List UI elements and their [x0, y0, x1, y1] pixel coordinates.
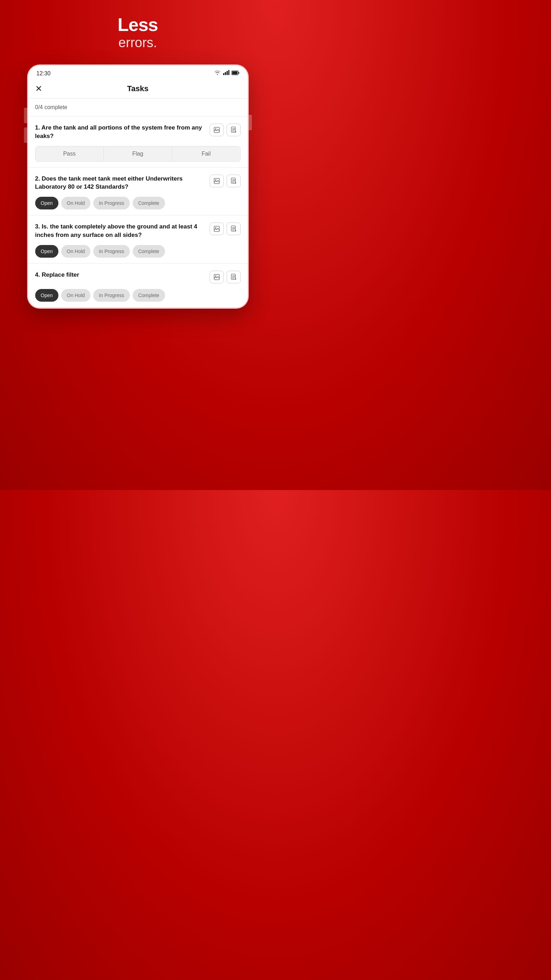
pff-buttons-1: PassFlagFail: [35, 146, 241, 162]
phone-screen: 12:30: [28, 65, 248, 308]
task-image-btn-4[interactable]: [210, 271, 224, 283]
status-pill-in-progress-4[interactable]: In Progress: [93, 289, 130, 302]
task-question-1: 1. Are the tank and all portions of the …: [35, 124, 205, 140]
svg-rect-2: [226, 71, 228, 75]
volume-down-btn: [24, 127, 27, 143]
status-pill-complete-2[interactable]: Complete: [133, 197, 165, 210]
svg-rect-27: [231, 274, 235, 279]
task-item-2: 2. Does the tank meet tank meet either U…: [28, 167, 248, 216]
progress-text: 0/4 complete: [35, 104, 68, 110]
task-question-2: 2. Does the tank meet tank meet either U…: [35, 175, 205, 191]
task-header-2: 2. Does the tank meet tank meet either U…: [35, 175, 241, 191]
task-list: 1. Are the tank and all portions of the …: [28, 116, 248, 308]
svg-rect-5: [238, 72, 239, 73]
svg-point-20: [215, 228, 216, 229]
status-bar: 12:30: [28, 65, 248, 80]
close-button[interactable]: ✕: [35, 84, 42, 94]
task-actions-3: [210, 223, 241, 235]
task-question-3: 3. Is. the tank completely above the gro…: [35, 223, 205, 239]
status-buttons-3: OpenOn HoldIn ProgressComplete: [35, 245, 241, 258]
signal-icon: [223, 70, 229, 77]
progress-area: 0/4 complete: [28, 99, 248, 116]
task-item-4: 4. Replace filterOpenOn HoldIn ProgressC…: [28, 264, 248, 308]
task-question-4: 4. Replace filter: [35, 271, 205, 279]
task-actions-4: [210, 271, 241, 283]
pff-btn-flag-1[interactable]: Flag: [104, 146, 172, 161]
status-pill-complete-3[interactable]: Complete: [133, 245, 165, 258]
svg-rect-6: [232, 72, 237, 74]
task-note-btn-4[interactable]: [227, 271, 241, 283]
svg-rect-3: [228, 70, 229, 75]
task-note-btn-3[interactable]: [227, 223, 241, 235]
power-btn: [248, 115, 252, 130]
pff-btn-pass-1[interactable]: Pass: [35, 146, 104, 161]
status-icons: [214, 70, 239, 77]
app-title: Tasks: [127, 84, 148, 93]
phone-frame: 12:30: [27, 64, 249, 309]
status-pill-in-progress-3[interactable]: In Progress: [93, 245, 130, 258]
task-header-3: 3. Is. the tank completely above the gro…: [35, 223, 241, 239]
task-note-btn-2[interactable]: [227, 175, 241, 187]
status-pill-open-4[interactable]: Open: [35, 289, 59, 302]
task-image-btn-1[interactable]: [210, 124, 224, 136]
status-pill-complete-4[interactable]: Complete: [133, 289, 165, 302]
status-buttons-4: OpenOn HoldIn ProgressComplete: [35, 289, 241, 302]
hero-section: Less errors.: [118, 14, 158, 50]
task-header-4: 4. Replace filter: [35, 271, 241, 283]
svg-rect-21: [231, 226, 235, 231]
status-pill-in-progress-2[interactable]: In Progress: [93, 197, 130, 210]
volume-up-btn: [24, 108, 27, 123]
svg-rect-15: [231, 178, 235, 183]
task-item-3: 3. Is. the tank completely above the gro…: [28, 215, 248, 264]
svg-point-8: [215, 129, 216, 130]
power-button-area: [248, 115, 252, 130]
task-note-btn-1[interactable]: [227, 124, 241, 136]
app-header: ✕ Tasks: [28, 80, 248, 99]
task-image-btn-2[interactable]: [210, 175, 224, 187]
svg-rect-1: [224, 72, 226, 75]
volume-buttons: [24, 108, 27, 143]
status-pill-on-hold-2[interactable]: On Hold: [61, 197, 91, 210]
hero-errors: errors.: [118, 35, 158, 50]
status-buttons-2: OpenOn HoldIn ProgressComplete: [35, 197, 241, 210]
task-header-1: 1. Are the tank and all portions of the …: [35, 124, 241, 140]
task-image-btn-3[interactable]: [210, 223, 224, 235]
task-item-1: 1. Are the tank and all portions of the …: [28, 116, 248, 167]
task-actions-2: [210, 175, 241, 187]
svg-point-26: [215, 275, 216, 277]
wifi-icon: [214, 70, 221, 77]
svg-rect-9: [231, 127, 235, 132]
status-pill-on-hold-4[interactable]: On Hold: [61, 289, 91, 302]
hero-less: Less: [118, 14, 158, 35]
status-pill-open-3[interactable]: Open: [35, 245, 59, 258]
battery-icon: [232, 70, 239, 77]
status-pill-open-2[interactable]: Open: [35, 197, 59, 210]
status-time: 12:30: [37, 70, 51, 77]
pff-btn-fail-1[interactable]: Fail: [172, 146, 240, 161]
status-pill-on-hold-3[interactable]: On Hold: [61, 245, 91, 258]
task-actions-1: [210, 124, 241, 136]
svg-point-14: [215, 179, 216, 180]
svg-rect-0: [223, 73, 224, 75]
